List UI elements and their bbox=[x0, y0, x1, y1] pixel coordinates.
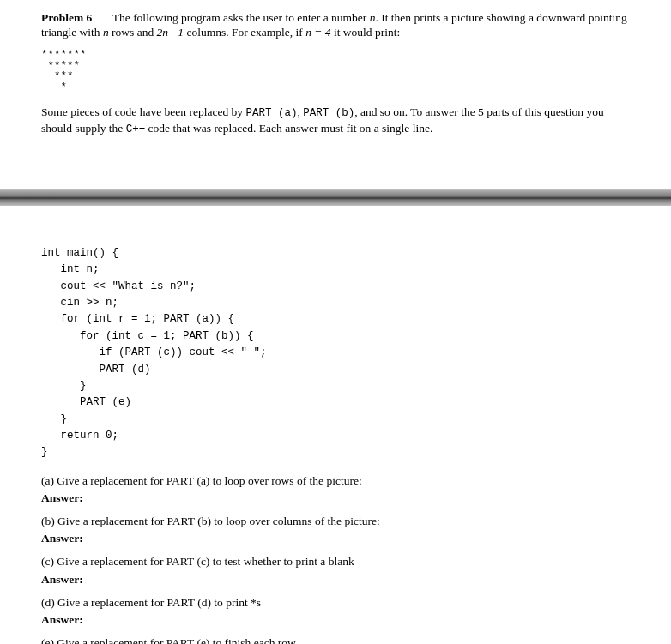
instr-a: Some pieces of code have been replaced b… bbox=[41, 105, 245, 118]
instructions-paragraph: Some pieces of code have been replaced b… bbox=[41, 105, 630, 137]
part-a-mono: PART (a) bbox=[245, 107, 297, 119]
document-page: Problem 6 The following program asks the… bbox=[0, 0, 671, 644]
triangle-output: ******* ***** *** * bbox=[41, 50, 630, 93]
intro-text-d: columns. For example, if bbox=[184, 26, 305, 39]
question-b: (b) Give a replacement for PART (b) to l… bbox=[41, 514, 630, 529]
problem-heading-paragraph: Problem 6 The following program asks the… bbox=[41, 10, 630, 39]
intro-text-e: it would print: bbox=[331, 26, 401, 39]
answer-label-b: Answer: bbox=[41, 532, 630, 545]
page-break-divider bbox=[0, 189, 671, 206]
cpp-mono: C++ bbox=[126, 123, 146, 135]
question-c: (c) Give a replacement for PART (c) to t… bbox=[41, 554, 630, 569]
gap bbox=[95, 11, 110, 24]
question-d: (d) Give a replacement for PART (d) to p… bbox=[41, 595, 630, 611]
expr-n-eq-4: n = 4 bbox=[305, 26, 330, 39]
answer-label-d: Answer: bbox=[41, 613, 630, 627]
answer-label-c: Answer: bbox=[41, 573, 630, 587]
answer-label-a: Answer: bbox=[41, 491, 630, 505]
part-b-mono: PART (b) bbox=[303, 107, 354, 119]
intro-text-c: rows and bbox=[109, 26, 157, 39]
question-a: (a) Give a replacement for PART (a) to l… bbox=[41, 473, 630, 489]
intro-text-a: The following program asks the user to e… bbox=[112, 11, 370, 24]
instr-c: code that was replaced. Each answer must… bbox=[145, 122, 432, 135]
expr-2n-1: 2n - 1 bbox=[157, 26, 184, 39]
question-e: (e) Give a replacement for PART (e) to f… bbox=[41, 635, 630, 644]
variable-n2: n bbox=[103, 26, 109, 39]
problem-label: Problem 6 bbox=[41, 11, 92, 24]
code-block: int main() { int n; cout << "What is n?"… bbox=[41, 245, 630, 461]
